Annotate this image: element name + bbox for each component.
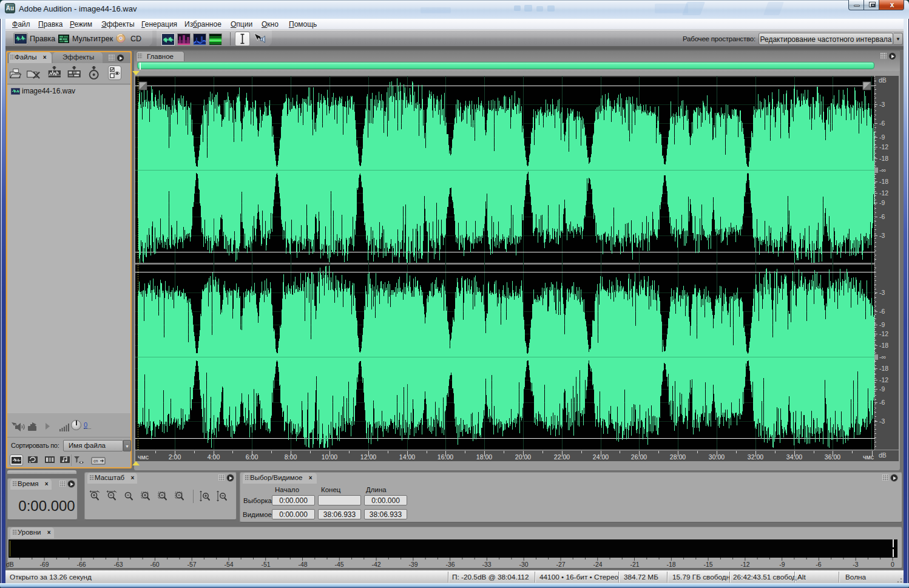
svg-text:cn: cn <box>93 459 98 463</box>
